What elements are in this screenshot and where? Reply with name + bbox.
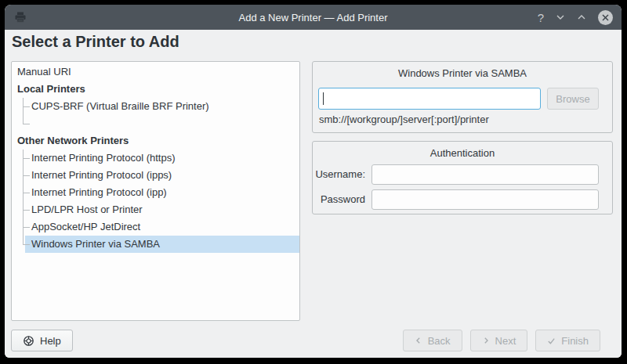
device-list-item[interactable]: Other Network Printers bbox=[12, 132, 299, 150]
help-icon bbox=[23, 335, 34, 347]
samba-uri-group: Windows Printer via SAMBA Browse smb://[… bbox=[312, 61, 613, 133]
smb-uri-input[interactable] bbox=[318, 88, 541, 110]
printer-app-icon bbox=[14, 11, 27, 23]
device-list-item[interactable]: AppSocket/HP JetDirect bbox=[12, 218, 299, 236]
auth-group-title: Authentication bbox=[313, 142, 612, 159]
device-list-item[interactable]: Local Printers bbox=[12, 81, 299, 98]
smb-uri-field-wrap bbox=[318, 88, 541, 110]
chevron-down-icon[interactable] bbox=[556, 14, 565, 20]
chevron-up-icon[interactable] bbox=[577, 14, 586, 20]
close-icon[interactable] bbox=[598, 10, 613, 25]
dialog-content: Select a Printer to Add Manual URILocal … bbox=[5, 30, 622, 358]
password-field[interactable] bbox=[371, 189, 599, 210]
page-title: Select a Printer to Add bbox=[12, 33, 179, 51]
smb-uri-hint: smb://[workgroup/]server[:port]/printer bbox=[319, 114, 489, 125]
chevron-right-icon bbox=[482, 337, 490, 344]
add-printer-dialog: Add a New Printer — Add Printer ? Select… bbox=[5, 5, 622, 358]
back-button[interactable]: Back bbox=[403, 330, 462, 351]
device-list-item[interactable]: LPD/LPR Host or Printer bbox=[12, 201, 299, 218]
username-field[interactable] bbox=[371, 164, 599, 185]
device-list-item[interactable]: Internet Printing Protocol (ipps) bbox=[12, 167, 299, 184]
window-help-icon[interactable]: ? bbox=[538, 12, 544, 23]
text-cursor bbox=[323, 92, 324, 105]
next-button-label: Next bbox=[495, 335, 516, 347]
device-list-item[interactable]: Internet Printing Protocol (ipp) bbox=[12, 184, 299, 201]
check-icon bbox=[547, 337, 556, 345]
chevron-left-icon bbox=[415, 337, 422, 344]
window-controls: ? bbox=[538, 5, 613, 30]
authentication-group: Authentication Username: Password bbox=[312, 141, 613, 214]
help-button[interactable]: Help bbox=[11, 330, 73, 351]
device-list-item bbox=[12, 115, 299, 132]
next-button[interactable]: Next bbox=[470, 330, 528, 351]
device-list: Manual URILocal PrintersCUPS-BRF (Virtua… bbox=[11, 61, 300, 321]
wizard-nav-buttons: Back Next Finish bbox=[403, 330, 600, 351]
samba-group-title: Windows Printer via SAMBA bbox=[313, 62, 612, 79]
username-label: Username: bbox=[313, 164, 365, 185]
finish-button[interactable]: Finish bbox=[535, 330, 600, 351]
password-label: Password bbox=[313, 189, 365, 210]
device-list-item[interactable]: Internet Printing Protocol (https) bbox=[12, 150, 299, 167]
device-list-item[interactable]: CUPS-BRF (Virtual Braille BRF Printer) bbox=[12, 98, 299, 115]
device-list-item[interactable]: Manual URI bbox=[12, 63, 299, 81]
finish-button-label: Finish bbox=[561, 335, 589, 347]
window-title: Add a New Printer — Add Printer bbox=[238, 12, 387, 23]
titlebar: Add a New Printer — Add Printer ? bbox=[5, 5, 622, 30]
back-button-label: Back bbox=[428, 335, 451, 347]
device-list-item[interactable]: Windows Printer via SAMBA bbox=[12, 236, 299, 253]
browse-button[interactable]: Browse bbox=[547, 88, 599, 110]
help-button-label: Help bbox=[40, 335, 61, 347]
